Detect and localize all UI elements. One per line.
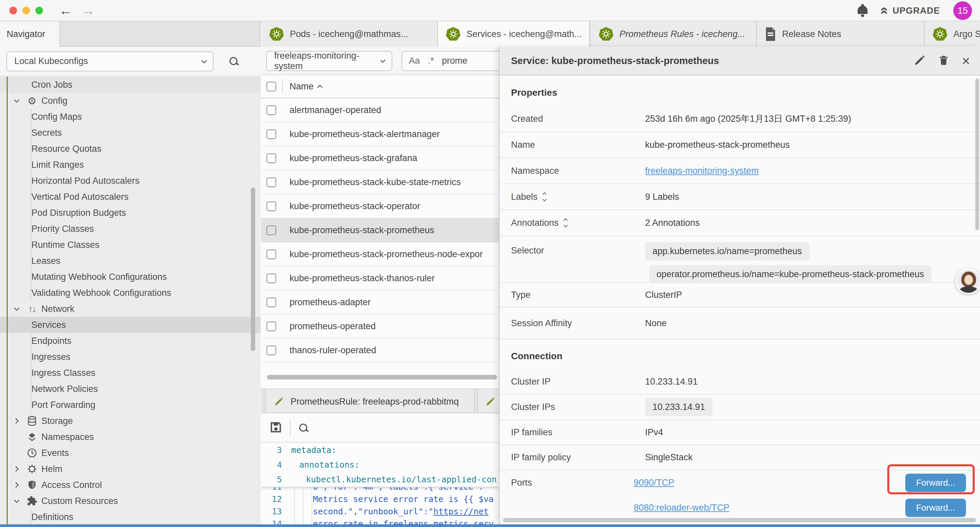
row-checkbox[interactable] bbox=[267, 105, 276, 115]
sidebar-item-network-policies[interactable]: Network Policies bbox=[0, 381, 261, 397]
close-panel-icon[interactable]: × bbox=[962, 55, 970, 67]
forward-button[interactable]: Forward... bbox=[905, 498, 966, 517]
sidebar-item-config-maps[interactable]: Config Maps bbox=[0, 109, 261, 125]
sidebar-search-icon[interactable] bbox=[229, 56, 239, 66]
sidebar-item-storage[interactable]: Storage bbox=[0, 413, 261, 429]
sidebar-item-network[interactable]: ↑↓ Network bbox=[0, 301, 261, 317]
row-checkbox[interactable] bbox=[267, 201, 276, 211]
sidebar-item-cron-jobs[interactable]: Cron Jobs bbox=[0, 77, 261, 93]
runbook-url-link[interactable]: https://net bbox=[433, 507, 488, 516]
forward-arrow-icon[interactable]: → bbox=[82, 0, 95, 20]
editor-tab-prometheusrule[interactable]: PrometheusRule: freeleaps-prod-rabbitmq bbox=[265, 389, 475, 413]
editor-search-icon[interactable] bbox=[299, 423, 309, 433]
sidebar-item-horizontal-pod-autoscalers[interactable]: Horizontal Pod Autoscalers bbox=[0, 173, 261, 189]
table-row[interactable]: thanos-ruler-operated bbox=[261, 339, 499, 363]
table-row[interactable]: kube-prometheus-stack-grafana bbox=[261, 146, 499, 170]
row-checkbox[interactable] bbox=[267, 274, 276, 283]
sidebar-item-ingresses[interactable]: Ingresses bbox=[0, 349, 261, 365]
sidebar-item-mutating-webhook-configurations[interactable]: Mutating Webhook Configurations bbox=[0, 269, 261, 285]
row-checkbox[interactable] bbox=[267, 129, 276, 139]
tab-services[interactable]: Services - icecheng@math... × bbox=[438, 21, 590, 47]
tab-argo[interactable]: Argo Se bbox=[924, 21, 980, 47]
table-row[interactable]: kube-prometheus-stack-alertmanager bbox=[261, 123, 499, 146]
sidebar-item-limit-ranges[interactable]: Limit Ranges bbox=[0, 157, 261, 173]
row-checkbox[interactable] bbox=[267, 250, 276, 259]
sidebar-item-runtime-classes[interactable]: Runtime Classes bbox=[0, 237, 261, 253]
selector-chip[interactable]: app.kubernetes.io/name=prometheus bbox=[645, 242, 809, 261]
table-row[interactable]: kube-prometheus-stack-operator bbox=[261, 194, 499, 218]
sidebar-item-ingress-classes[interactable]: Ingress Classes bbox=[0, 365, 261, 381]
namespace-select[interactable]: freeleaps-monitoring-system bbox=[266, 51, 392, 71]
tab-navigator[interactable]: Navigator bbox=[0, 21, 60, 47]
sidebar-scrollbar-thumb[interactable] bbox=[251, 188, 255, 351]
table-row[interactable]: prometheus-adapter bbox=[261, 291, 499, 315]
tab-pods[interactable]: Pods - icecheng@mathmas... bbox=[261, 21, 438, 47]
table-row[interactable]: kube-prometheus-stack-prometheus-node-ex… bbox=[261, 242, 499, 266]
sidebar-item-custom-resources[interactable]: Custom Resources bbox=[0, 493, 261, 509]
match-case-toggle[interactable]: Aa bbox=[409, 56, 420, 66]
table-row[interactable]: kube-prometheus-stack-thanos-ruler bbox=[261, 266, 499, 291]
back-arrow-icon[interactable]: ← bbox=[59, 0, 72, 20]
labels-count[interactable]: 9 Labels bbox=[645, 192, 679, 202]
table-search-input[interactable]: Aa .* prome bbox=[402, 51, 499, 71]
tab-release-notes[interactable]: Release Notes bbox=[757, 21, 925, 47]
detail-horizontal-scrollbar-thumb[interactable] bbox=[503, 518, 976, 522]
table-horizontal-scrollbar-thumb[interactable] bbox=[267, 375, 497, 380]
editor-tab-partial[interactable] bbox=[477, 389, 499, 413]
name-column-header[interactable]: Name bbox=[290, 81, 313, 92]
zoom-window-button[interactable] bbox=[35, 7, 43, 14]
sidebar-item-services[interactable]: Services bbox=[0, 317, 261, 333]
kubeconfig-select[interactable]: Local Kubeconfigs bbox=[6, 51, 213, 72]
sidebar-item-definitions[interactable]: Definitions bbox=[0, 509, 261, 524]
database-icon bbox=[25, 416, 39, 426]
edit-pencil-icon[interactable] bbox=[914, 54, 926, 68]
save-icon[interactable] bbox=[269, 420, 283, 435]
sidebar-item-priority-classes[interactable]: Priority Classes bbox=[0, 221, 261, 237]
tab-prometheus-rules[interactable]: Prometheus Rules - icecheng... bbox=[591, 21, 757, 47]
chevron-down-icon bbox=[14, 97, 20, 103]
table-row[interactable]: alertmanager-operated bbox=[261, 99, 499, 123]
sidebar-item-port-forwarding[interactable]: Port Forwarding bbox=[0, 397, 261, 413]
notifications-bell-icon[interactable] bbox=[858, 6, 868, 14]
sidebar-item-namespaces[interactable]: Namespaces bbox=[0, 429, 261, 445]
port-link[interactable]: 8080:reloader-web/TCP bbox=[634, 503, 730, 513]
namespace-link[interactable]: freeleaps-monitoring-system bbox=[645, 166, 759, 176]
cluster-ips-chip[interactable]: 10.233.14.91 bbox=[645, 398, 713, 416]
row-checkbox[interactable] bbox=[267, 153, 276, 163]
select-all-checkbox[interactable] bbox=[267, 82, 276, 91]
avatar[interactable] bbox=[955, 268, 980, 294]
expand-collapse-icon[interactable] bbox=[564, 219, 567, 227]
table-row-selected[interactable]: kube-prometheus-stack-prometheus bbox=[261, 218, 499, 242]
sidebar-item-helm[interactable]: Helm bbox=[0, 461, 261, 477]
row-checkbox[interactable] bbox=[267, 298, 276, 307]
sidebar-item-vertical-pod-autoscalers[interactable]: Vertical Pod Autoscalers bbox=[0, 189, 261, 205]
sidebar-item-pod-disruption-budgets[interactable]: Pod Disruption Budgets bbox=[0, 205, 261, 221]
port-link[interactable]: 9090/TCP bbox=[634, 478, 675, 488]
sidebar-item-config[interactable]: ⚙ Config bbox=[0, 93, 261, 109]
sidebar-item-secrets[interactable]: Secrets bbox=[0, 125, 261, 141]
close-window-button[interactable] bbox=[10, 7, 17, 14]
sidebar-item-leases[interactable]: Leases bbox=[0, 253, 261, 269]
row-checkbox[interactable] bbox=[267, 177, 276, 187]
delete-trash-icon[interactable] bbox=[938, 54, 950, 68]
row-checkbox[interactable] bbox=[267, 226, 276, 235]
sidebar-item-events[interactable]: Events bbox=[0, 445, 261, 461]
selector-chip[interactable]: operator.prometheus.io/name=kube-prometh… bbox=[649, 265, 931, 283]
yaml-line: annotations: bbox=[282, 460, 360, 470]
yaml-editor[interactable]: 3metadata: 4annotations: 5kubectl.kubern… bbox=[261, 443, 499, 524]
row-checkbox[interactable] bbox=[267, 345, 276, 355]
minimize-window-button[interactable] bbox=[22, 7, 30, 14]
annotations-count[interactable]: 2 Annotations bbox=[645, 218, 700, 228]
regex-toggle[interactable]: .* bbox=[428, 56, 434, 66]
upgrade-button[interactable]: « UPGRADE bbox=[881, 6, 940, 16]
sidebar-item-resource-quotas[interactable]: Resource Quotas bbox=[0, 141, 261, 157]
sidebar-item-validating-webhook-configurations[interactable]: Validating Webhook Configurations bbox=[0, 285, 261, 301]
detail-vertical-scrollbar-thumb[interactable] bbox=[975, 78, 979, 230]
table-row[interactable]: prometheus-operated bbox=[261, 315, 499, 339]
notification-count-badge[interactable]: 15 bbox=[953, 2, 972, 20]
sidebar-item-endpoints[interactable]: Endpoints bbox=[0, 333, 261, 349]
table-row[interactable]: kube-prometheus-stack-kube-state-metrics bbox=[261, 170, 499, 194]
row-checkbox[interactable] bbox=[267, 322, 276, 331]
sidebar-item-access-control[interactable]: Access Control bbox=[0, 477, 261, 493]
expand-collapse-icon[interactable] bbox=[543, 193, 546, 201]
